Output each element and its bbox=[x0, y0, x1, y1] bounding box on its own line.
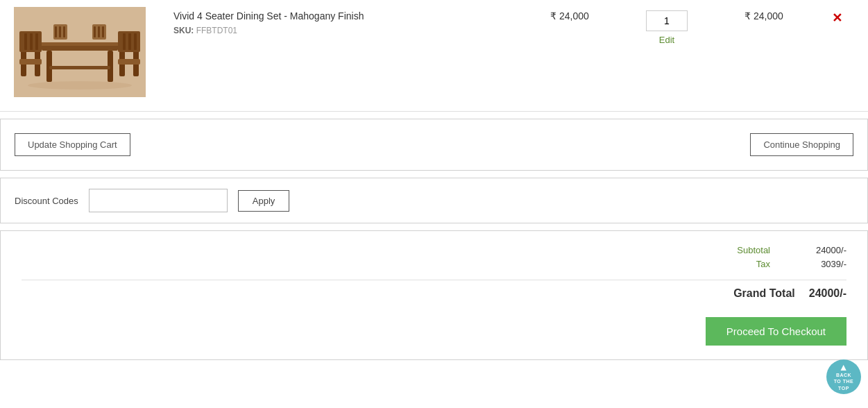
svg-rect-22 bbox=[59, 26, 61, 37]
back-to-top-label: BACKTO THETOP bbox=[834, 372, 854, 391]
product-price-cell: ₹ 24,000 bbox=[514, 7, 625, 22]
svg-rect-15 bbox=[118, 59, 140, 65]
cart-actions-section: Update Shopping Cart Continue Shopping bbox=[0, 119, 868, 171]
subtotal-value: 24000/- bbox=[791, 245, 846, 255]
checkout-row: Proceed To Checkout bbox=[706, 317, 846, 346]
edit-link[interactable]: Edit bbox=[625, 35, 708, 45]
summary-section: Subtotal 24000/- Tax 3039/- Grand Total … bbox=[0, 230, 868, 360]
grand-total-label: Grand Total bbox=[733, 287, 795, 300]
tax-label: Tax bbox=[715, 259, 770, 269]
grand-total-value: 24000/- bbox=[809, 287, 846, 300]
product-subtotal-cell: ₹ 24,000 bbox=[708, 7, 819, 22]
product-info-cell: Vivid 4 Seater Dining Set - Mahogany Fin… bbox=[167, 7, 514, 35]
svg-rect-18 bbox=[128, 33, 131, 50]
back-to-top-button[interactable]: ▲ BACKTO THETOP bbox=[826, 359, 861, 394]
svg-rect-8 bbox=[19, 59, 42, 65]
svg-point-0 bbox=[28, 81, 132, 90]
checkout-button[interactable]: Proceed To Checkout bbox=[706, 317, 846, 346]
svg-rect-5 bbox=[49, 66, 110, 69]
subtotal-label: Subtotal bbox=[715, 245, 770, 255]
summary-totals: Subtotal 24000/- Tax 3039/- Grand Total … bbox=[22, 245, 846, 346]
grand-total-row: Grand Total 24000/- bbox=[22, 280, 846, 300]
update-cart-button[interactable]: Update Shopping Cart bbox=[15, 133, 130, 156]
product-subtotal: ₹ 24,000 bbox=[744, 10, 783, 22]
product-row: Vivid 4 Seater Dining Set - Mahogany Fin… bbox=[14, 7, 854, 97]
unit-price: ₹ 24,000 bbox=[550, 10, 589, 22]
apply-button[interactable]: Apply bbox=[238, 190, 290, 212]
svg-rect-21 bbox=[55, 26, 57, 37]
product-image-cell bbox=[14, 7, 167, 97]
svg-rect-2 bbox=[40, 42, 119, 46]
remove-button[interactable]: ✕ bbox=[832, 10, 842, 26]
page-wrapper: Vivid 4 Seater Dining Set - Mahogany Fin… bbox=[0, 0, 868, 408]
discount-inner: Discount Codes Apply bbox=[15, 189, 853, 212]
quantity-input[interactable] bbox=[646, 10, 688, 31]
sku-value: FFBTDT01 bbox=[196, 26, 237, 35]
discount-label: Discount Codes bbox=[15, 196, 78, 206]
svg-rect-11 bbox=[30, 33, 33, 50]
continue-shopping-button[interactable]: Continue Shopping bbox=[750, 133, 853, 156]
svg-rect-17 bbox=[123, 33, 126, 50]
subtotal-row: Subtotal 24000/- bbox=[715, 245, 846, 255]
product-qty-cell: Edit bbox=[625, 7, 708, 45]
sku-label: SKU: bbox=[173, 26, 194, 35]
discount-input[interactable] bbox=[89, 189, 228, 212]
tax-row: Tax 3039/- bbox=[715, 259, 846, 269]
svg-rect-26 bbox=[98, 26, 100, 37]
product-section: Vivid 4 Seater Dining Set - Mahogany Fin… bbox=[0, 0, 868, 112]
product-sku: SKU: FFBTDT01 bbox=[173, 26, 514, 35]
discount-section: Discount Codes Apply bbox=[0, 178, 868, 223]
svg-rect-23 bbox=[63, 26, 65, 37]
svg-rect-10 bbox=[24, 33, 27, 50]
arrow-up-icon: ▲ bbox=[839, 362, 849, 372]
svg-rect-27 bbox=[102, 26, 104, 37]
dining-set-svg bbox=[17, 10, 142, 94]
svg-rect-25 bbox=[94, 26, 96, 37]
product-name: Vivid 4 Seater Dining Set - Mahogany Fin… bbox=[173, 10, 514, 22]
product-image bbox=[14, 7, 146, 97]
tax-value: 3039/- bbox=[791, 259, 846, 269]
svg-rect-12 bbox=[35, 33, 38, 50]
product-remove-cell: ✕ bbox=[819, 7, 854, 26]
svg-rect-19 bbox=[134, 33, 137, 50]
